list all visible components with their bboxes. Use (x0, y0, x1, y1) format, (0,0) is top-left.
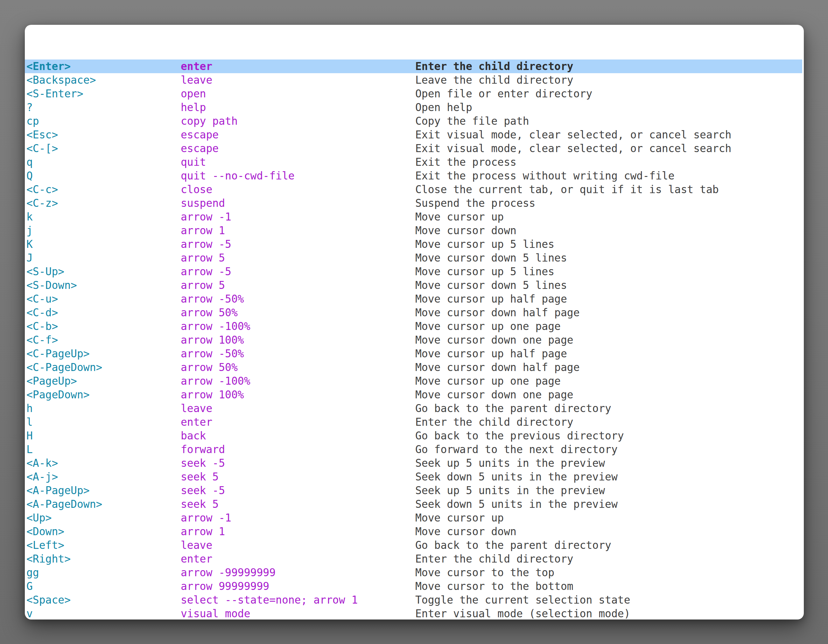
help-row[interactable]: Karrow -5Move cursor up 5 lines (25, 237, 802, 251)
help-row[interactable]: Qquit --no-cwd-fileExit the process with… (25, 169, 802, 183)
help-row-command: arrow 50% (181, 360, 238, 374)
help-row[interactable]: <Right>enterEnter the child directory (25, 552, 802, 566)
help-row-key: ? (27, 100, 33, 114)
help-row-description: Go forward to the next directory (415, 443, 618, 456)
help-row[interactable]: <PageUp>arrow -100%Move cursor up one pa… (25, 374, 802, 388)
help-row-key: <Right> (27, 552, 71, 566)
help-row-description: Leave the child directory (415, 73, 574, 87)
help-row[interactable]: <Up>arrow -1Move cursor up (25, 511, 802, 525)
help-row-command: select --state=none; arrow 1 (181, 593, 358, 607)
help-row[interactable]: LforwardGo forward to the next directory (25, 443, 802, 456)
help-row-description: Enter visual mode (selection mode) (415, 607, 630, 619)
help-row-description: Open file or enter directory (415, 87, 592, 100)
help-row-command: back (181, 429, 206, 443)
help-row-command: arrow -50% (181, 292, 244, 306)
help-row-key: gg (27, 566, 39, 580)
help-row-description: Move cursor to the bottom (415, 580, 574, 593)
help-row-description: Exit the process (415, 155, 516, 169)
help-row[interactable]: <S-Enter>openOpen file or enter director… (25, 87, 802, 100)
help-row-command: seek -5 (181, 456, 225, 470)
desktop-background: <Enter>enterEnter the child directory<Ba… (0, 0, 828, 644)
help-row[interactable]: Garrow 99999999Move cursor to the bottom (25, 580, 802, 593)
help-row-description: Seek up 5 units in the preview (415, 456, 605, 470)
help-row[interactable]: <C-c>closeClose the current tab, or quit… (25, 183, 802, 196)
help-row[interactable]: <C-u>arrow -50%Move cursor up half page (25, 292, 802, 306)
help-row-description: Move cursor to the top (415, 566, 554, 580)
help-row[interactable]: karrow -1Move cursor up (25, 210, 802, 224)
help-row[interactable]: <C-[>escapeExit visual mode, clear selec… (25, 142, 802, 155)
help-row-key: <S-Enter> (27, 87, 83, 100)
help-row[interactable]: ?helpOpen help (25, 100, 802, 114)
help-row-description: Toggle the current selection state (415, 593, 630, 607)
help-row-key: <PageDown> (27, 388, 90, 401)
help-table: <Enter>enterEnter the child directory<Ba… (25, 60, 804, 619)
help-row[interactable]: jarrow 1Move cursor down (25, 224, 802, 237)
help-row[interactable]: <Backspace>leaveLeave the child director… (25, 73, 802, 87)
help-row[interactable]: <Enter>enterEnter the child directory (25, 60, 802, 73)
help-row-key: <C-d> (27, 306, 58, 320)
help-row-key: <Space> (27, 593, 71, 607)
help-row-key: <Up> (27, 511, 52, 525)
help-row-command: enter (181, 60, 212, 73)
help-row-command: close (181, 183, 212, 196)
help-row[interactable]: ggarrow -99999999Move cursor to the top (25, 566, 802, 580)
help-row-key: <Down> (27, 525, 64, 538)
help-row[interactable]: <PageDown>arrow 100%Move cursor down one… (25, 388, 802, 401)
help-row-key: J (27, 251, 33, 265)
help-row-command: arrow -1 (181, 210, 231, 224)
help-row-command: arrow -100% (181, 320, 251, 333)
help-row[interactable]: lenterEnter the child directory (25, 415, 802, 429)
help-row[interactable]: <A-j>seek 5Seek down 5 units in the prev… (25, 470, 802, 484)
help-row-key: <A-PageUp> (27, 484, 90, 497)
help-row-command: enter (181, 552, 212, 566)
help-row-key: <C-c> (27, 183, 58, 196)
help-row-command: leave (181, 401, 212, 415)
help-row[interactable]: <C-f>arrow 100%Move cursor down one page (25, 333, 802, 347)
help-row[interactable]: <Left>leaveGo back to the parent directo… (25, 538, 802, 552)
help-row[interactable]: cpcopy pathCopy the file path (25, 114, 802, 128)
help-row[interactable]: <Down>arrow 1Move cursor down (25, 525, 802, 538)
help-row[interactable]: <Esc>escapeExit visual mode, clear selec… (25, 128, 802, 142)
help-row-command: forward (181, 443, 225, 456)
help-row-description: Move cursor up half page (415, 292, 567, 306)
help-row-description: Seek up 5 units in the preview (415, 484, 605, 497)
help-row-description: Enter the child directory (415, 415, 574, 429)
help-row[interactable]: <S-Down>arrow 5Move cursor down 5 lines (25, 278, 802, 292)
help-row-description: Move cursor up 5 lines (415, 237, 554, 251)
help-row[interactable]: <C-b>arrow -100%Move cursor up one page (25, 320, 802, 333)
help-row-description: Suspend the process (415, 196, 536, 210)
help-row[interactable]: <A-k>seek -5Seek up 5 units in the previ… (25, 456, 802, 470)
help-row-key: j (27, 224, 33, 237)
help-row[interactable]: <A-PageDown>seek 5Seek down 5 units in t… (25, 497, 802, 511)
help-row-description: Move cursor down (415, 525, 516, 538)
help-row[interactable]: <C-PageUp>arrow -50%Move cursor up half … (25, 347, 802, 360)
help-row-key: K (27, 237, 33, 251)
help-row[interactable]: Jarrow 5Move cursor down 5 lines (25, 251, 802, 265)
help-row[interactable]: <C-d>arrow 50%Move cursor down half page (25, 306, 802, 320)
help-row-description: Move cursor down one page (415, 388, 574, 401)
help-row-command: arrow 100% (181, 333, 244, 347)
help-row-key: <A-PageDown> (27, 497, 102, 511)
help-row-command: suspend (181, 196, 225, 210)
help-row[interactable]: HbackGo back to the previous directory (25, 429, 802, 443)
help-row-description: Close the current tab, or quit if it is … (415, 183, 719, 196)
help-row[interactable]: <Space>select --state=none; arrow 1Toggl… (25, 593, 802, 607)
help-row[interactable]: <C-PageDown>arrow 50%Move cursor down ha… (25, 360, 802, 374)
help-row[interactable]: <S-Up>arrow -5Move cursor up 5 lines (25, 265, 802, 278)
help-row[interactable]: hleaveGo back to the parent directory (25, 401, 802, 415)
help-row-description: Move cursor down 5 lines (415, 251, 567, 265)
help-row-key: v (27, 607, 33, 619)
help-row-command: arrow 1 (181, 224, 225, 237)
help-row-command: arrow 99999999 (181, 580, 269, 593)
help-row-description: Copy the file path (415, 114, 529, 128)
help-row[interactable]: vvisual_modeEnter visual mode (selection… (25, 607, 802, 619)
help-row-description: Go back to the parent directory (415, 401, 611, 415)
help-row-description: Go back to the parent directory (415, 538, 611, 552)
help-row[interactable]: <C-z>suspendSuspend the process (25, 196, 802, 210)
help-row-command: arrow -1 (181, 511, 231, 525)
help-row[interactable]: qquitExit the process (25, 155, 802, 169)
help-row[interactable]: <A-PageUp>seek -5Seek up 5 units in the … (25, 484, 802, 497)
help-row-description: Move cursor up (415, 511, 504, 525)
help-row-command: quit --no-cwd-file (181, 169, 295, 183)
help-row-key: h (27, 401, 33, 415)
